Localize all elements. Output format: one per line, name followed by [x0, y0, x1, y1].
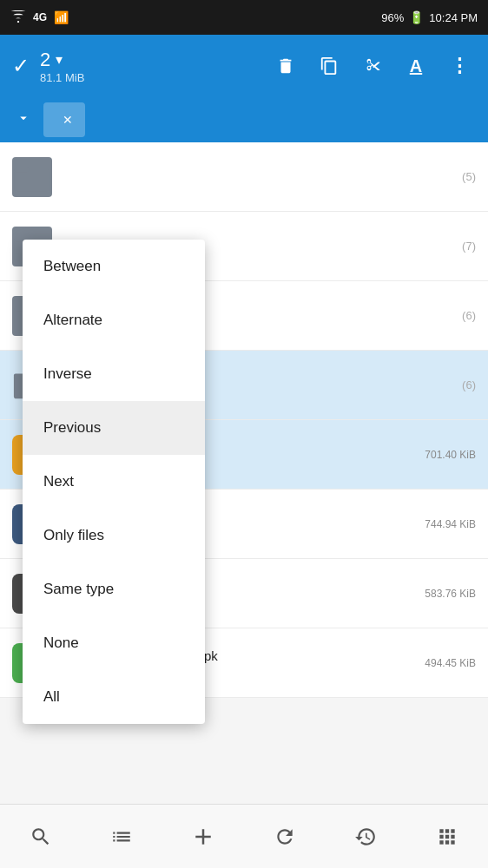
more-button[interactable]: ⋮: [443, 49, 476, 82]
refresh-button[interactable]: [259, 811, 311, 863]
dropdown-item-inverse[interactable]: Inverse: [23, 347, 205, 401]
add-button[interactable]: [177, 811, 229, 863]
clock: 10:24 PM: [429, 11, 478, 24]
svg-point-0: [17, 20, 19, 22]
battery-icon: 🔋: [409, 10, 424, 24]
dropdown-item-only-files[interactable]: Only files: [23, 509, 205, 562]
selection-size: 81.1 MiB: [40, 71, 84, 84]
status-bar: 4G 📶 96% 🔋 10:24 PM: [0, 0, 488, 35]
battery-percent: 96%: [381, 11, 404, 24]
tab-dropdown-button[interactable]: [7, 105, 40, 135]
search-button[interactable]: [15, 811, 67, 863]
toolbar: ✓ 2 ▾ 81.1 MiB A ⋮: [0, 35, 488, 97]
tab-close-icon[interactable]: ✕: [63, 113, 73, 127]
bottom-nav: [0, 804, 488, 868]
status-right: 96% 🔋 10:24 PM: [381, 10, 478, 24]
content-area: (5) (7): [0, 142, 488, 804]
dropdown-item-same-type[interactable]: Same type: [23, 562, 205, 616]
history-button[interactable]: [340, 811, 392, 863]
dropdown-overlay[interactable]: Between Alternate Inverse Previous Next …: [0, 142, 488, 804]
dropdown-item-between[interactable]: Between: [23, 240, 205, 293]
rename-button[interactable]: A: [399, 49, 432, 82]
dropdown-item-previous[interactable]: Previous: [23, 401, 205, 455]
dropdown-item-all[interactable]: All: [23, 670, 205, 724]
dropdown-menu: Between Alternate Inverse Previous Next …: [23, 240, 205, 724]
list-view-button[interactable]: [96, 811, 148, 863]
dropdown-item-none[interactable]: None: [23, 616, 205, 670]
delete-button[interactable]: [269, 49, 302, 82]
selection-count: 2: [40, 49, 50, 71]
dropdown-arrow-icon[interactable]: ▾: [56, 51, 63, 68]
network-icon: 4G: [33, 11, 47, 23]
tab-bar: ✕: [0, 97, 488, 142]
dropdown-item-alternate[interactable]: Alternate: [23, 293, 205, 347]
check-icon: ✓: [12, 54, 30, 78]
apps-grid-button[interactable]: [421, 811, 473, 863]
dropdown-item-next[interactable]: Next: [23, 455, 205, 509]
status-bar-left: 4G 📶: [10, 10, 69, 25]
cut-button[interactable]: [356, 49, 389, 82]
copy-button[interactable]: [313, 49, 346, 82]
selection-info: 2 ▾ 81.1 MiB: [40, 49, 84, 84]
signal-icon: 📶: [54, 10, 69, 24]
tab-asus[interactable]: ✕: [43, 102, 85, 137]
wifi-icon: [10, 10, 26, 25]
